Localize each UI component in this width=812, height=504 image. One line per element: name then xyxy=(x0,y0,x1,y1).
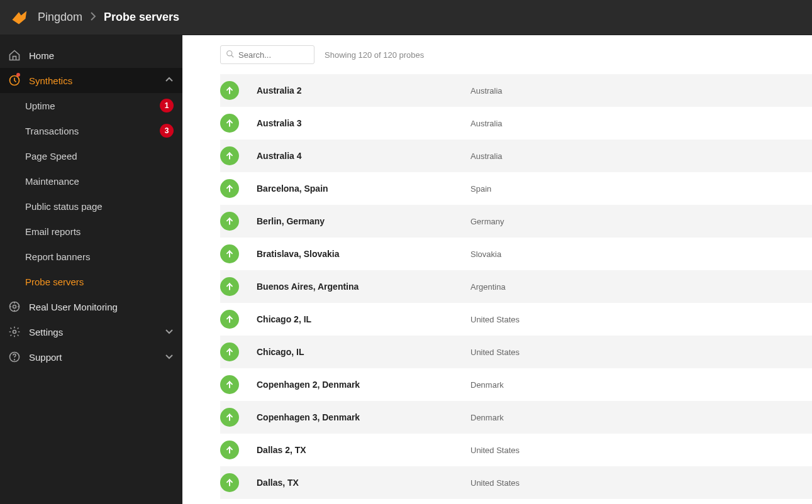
probe-country: Germany xyxy=(470,217,504,226)
status-up-icon xyxy=(220,408,239,427)
svg-line-7 xyxy=(231,55,234,57)
status-up-icon xyxy=(220,342,239,361)
probe-country: Argentina xyxy=(470,282,506,292)
chevron-right-icon xyxy=(90,11,96,24)
sidebar-item-report-banners[interactable]: Report banners xyxy=(0,244,182,269)
sidebar: Home Synthetics Uptime1Transactions3Page… xyxy=(0,35,182,504)
brand-logo xyxy=(10,9,28,26)
probe-name: Australia 2 xyxy=(257,85,470,96)
probe-name: Chicago 2, IL xyxy=(257,314,470,324)
table-row[interactable]: Bratislava, SlovakiaSlovakia xyxy=(220,238,812,270)
status-up-icon xyxy=(220,81,239,100)
status-up-icon xyxy=(220,146,239,165)
table-row[interactable]: Barcelona, SpainSpain xyxy=(220,172,812,205)
status-up-icon xyxy=(220,277,239,296)
result-count: Showing 120 of 120 probes xyxy=(325,50,424,60)
table-row[interactable]: Australia 4Australia xyxy=(220,140,812,172)
sidebar-item-page-speed[interactable]: Page Speed xyxy=(0,143,182,168)
sidebar-item-transactions[interactable]: Transactions3 xyxy=(0,118,182,143)
probe-country: Spain xyxy=(470,184,491,194)
table-row[interactable]: Australia 3Australia xyxy=(220,107,812,140)
sidebar-item-label: Transactions xyxy=(25,126,160,136)
probe-name: Dallas, TX xyxy=(257,478,470,488)
probe-country: Australia xyxy=(470,86,503,96)
probe-country: Denmark xyxy=(470,380,504,390)
home-icon xyxy=(8,48,21,62)
probe-name: Berlin, Germany xyxy=(257,216,470,226)
status-up-icon xyxy=(220,441,239,459)
breadcrumb-page: Probe servers xyxy=(104,11,179,24)
probe-country: Australia xyxy=(470,151,503,161)
probe-name: Buenos Aires, Argentina xyxy=(257,282,470,292)
search-icon xyxy=(226,50,235,60)
probe-country: United States xyxy=(470,478,520,488)
table-row[interactable]: Copenhagen 2, DenmarkDenmark xyxy=(220,368,812,401)
alert-dot-icon xyxy=(16,73,20,77)
status-up-icon xyxy=(220,473,239,492)
probe-country: Slovakia xyxy=(470,249,501,259)
help-icon xyxy=(8,350,21,364)
topbar: Pingdom Probe servers xyxy=(0,0,812,35)
nav-support[interactable]: Support xyxy=(0,344,182,370)
nav-settings[interactable]: Settings xyxy=(0,319,182,344)
table-row[interactable]: Berlin, GermanyGermany xyxy=(220,205,812,238)
nav-label: Support xyxy=(29,352,165,363)
status-up-icon xyxy=(220,212,239,231)
nav-synthetics[interactable]: Synthetics xyxy=(0,68,182,93)
sidebar-item-email-reports[interactable]: Email reports xyxy=(0,219,182,244)
sidebar-item-label: Probe servers xyxy=(25,277,174,287)
status-up-icon xyxy=(220,244,239,263)
table-row[interactable]: Buenos Aires, ArgentinaArgentina xyxy=(220,270,812,303)
probe-country: Australia xyxy=(470,119,503,128)
sidebar-item-label: Public status page xyxy=(25,201,174,212)
sidebar-item-maintenance[interactable]: Maintenance xyxy=(0,168,182,194)
breadcrumb-root[interactable]: Pingdom xyxy=(38,11,82,24)
table-row[interactable]: Dallas 2, TXUnited States xyxy=(220,434,812,466)
chevron-up-icon xyxy=(165,75,174,86)
alert-badge: 1 xyxy=(160,99,174,112)
probe-name: Barcelona, Spain xyxy=(257,184,470,194)
nav-label: Synthetics xyxy=(29,75,165,86)
search-input[interactable] xyxy=(238,50,309,60)
table-row[interactable]: Chicago 2, ILUnited States xyxy=(220,303,812,336)
table-row[interactable]: Australia 2Australia xyxy=(220,74,812,107)
probe-country: United States xyxy=(470,315,520,324)
chevron-down-icon xyxy=(165,352,174,363)
status-up-icon xyxy=(220,179,239,198)
svg-point-2 xyxy=(13,305,16,309)
table-row[interactable]: Copenhagen 3, DenmarkDenmark xyxy=(220,401,812,434)
probe-name: Copenhagen 2, Denmark xyxy=(257,380,470,390)
breadcrumb: Pingdom Probe servers xyxy=(38,11,179,24)
probe-name: Dallas 2, TX xyxy=(257,445,470,455)
rum-icon xyxy=(8,300,21,314)
table-row[interactable]: Dallas, TXUnited States xyxy=(220,466,812,499)
nav-home[interactable]: Home xyxy=(0,43,182,68)
table-row[interactable]: Chicago, ILUnited States xyxy=(220,336,812,368)
status-up-icon xyxy=(220,114,239,133)
main-content: Showing 120 of 120 probes Australia 2Aus… xyxy=(182,35,812,504)
gear-icon xyxy=(8,325,21,339)
probe-list: Australia 2AustraliaAustralia 3Australia… xyxy=(182,74,812,504)
probe-country: United States xyxy=(470,348,520,357)
sidebar-item-uptime[interactable]: Uptime1 xyxy=(0,93,182,118)
sidebar-item-label: Maintenance xyxy=(25,176,174,187)
nav-label: Home xyxy=(29,50,174,61)
svg-point-5 xyxy=(14,359,15,360)
probe-name: Bratislava, Slovakia xyxy=(257,249,470,259)
probe-name: Chicago, IL xyxy=(257,347,470,357)
sidebar-item-label: Uptime xyxy=(25,101,160,111)
sidebar-item-probe-servers[interactable]: Probe servers xyxy=(0,269,182,294)
sidebar-item-label: Email reports xyxy=(25,226,174,237)
alert-badge: 3 xyxy=(160,124,174,138)
nav-label: Settings xyxy=(29,327,165,337)
status-up-icon xyxy=(220,375,239,394)
sidebar-item-public-status-page[interactable]: Public status page xyxy=(0,194,182,219)
probe-country: United States xyxy=(470,446,520,455)
search-input-wrapper[interactable] xyxy=(220,45,314,64)
nav-rum[interactable]: Real User Monitoring xyxy=(0,294,182,319)
probe-name: Australia 3 xyxy=(257,118,470,128)
svg-point-3 xyxy=(13,331,16,334)
toolbar: Showing 120 of 120 probes xyxy=(182,35,812,74)
chevron-down-icon xyxy=(165,327,174,337)
status-up-icon xyxy=(220,310,239,329)
